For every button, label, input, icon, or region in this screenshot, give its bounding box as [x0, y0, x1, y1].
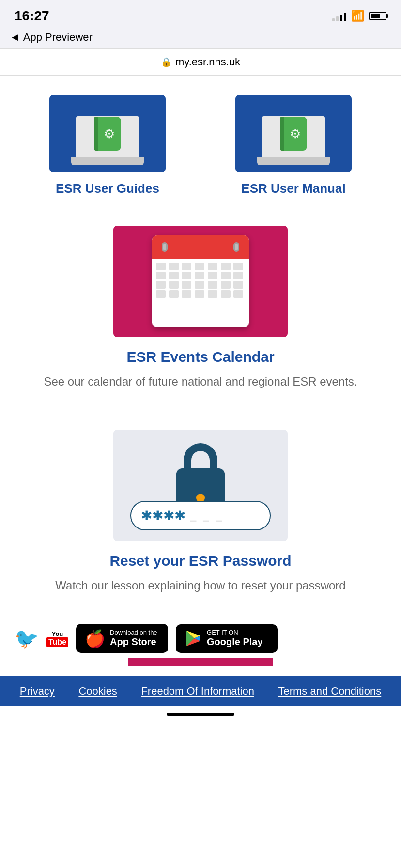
back-arrow-icon[interactable]: ◄	[10, 31, 20, 44]
google-play-big-text: Google Play	[207, 636, 263, 648]
status-time: 16:27	[15, 8, 49, 24]
google-play-button[interactable]: GET IT ON Google Play	[176, 624, 278, 653]
signal-bars-icon	[332, 11, 346, 21]
user-guides-label: ESR User Guides	[56, 181, 159, 196]
app-store-big-text: App Store	[110, 636, 157, 648]
home-indicator	[0, 706, 401, 720]
address-bar[interactable]: 🔒 my.esr.nhs.uk	[0, 48, 401, 76]
user-manual-label: ESR User Manual	[241, 181, 345, 196]
app-previewer-bar: ◄ App Previewer	[0, 29, 401, 48]
home-bar	[167, 713, 234, 716]
events-calendar-section: ESR Events Calendar See our calendar of …	[0, 206, 401, 410]
status-bar: 16:27 📶	[0, 0, 401, 29]
password-image: ✱✱✱✱ _ _ _	[113, 430, 288, 541]
password-field-row: ✱✱✱✱ _ _ _	[130, 501, 271, 530]
youtube-you-text: You	[52, 630, 63, 637]
calendar-widget	[152, 235, 249, 327]
main-content: ⚙ ESR User Guides ⚙	[0, 76, 401, 706]
card-grid: ⚙ ESR User Guides ⚙	[0, 85, 401, 206]
password-reset-desc: Watch our lesson explaining how to reset…	[55, 577, 345, 594]
youtube-tube-text: Tube	[46, 637, 68, 647]
events-calendar-title: ESR Events Calendar	[126, 349, 274, 365]
app-store-button[interactable]: 🍎 Download on the App Store	[76, 624, 168, 653]
esr-user-guides-card[interactable]: ⚙ ESR User Guides	[24, 95, 191, 196]
app-previewer-label: App Previewer	[23, 31, 93, 44]
lock-icon: 🔒	[161, 57, 171, 67]
esr-user-manual-card[interactable]: ⚙ ESR User Manual	[210, 95, 377, 196]
password-dashes: _ _ _	[190, 510, 224, 522]
wifi-icon: 📶	[351, 10, 364, 22]
footer-links-bar: Privacy Cookies Freedom Of Information T…	[0, 676, 401, 706]
apple-icon: 🍎	[85, 629, 105, 648]
user-manual-image: ⚙	[235, 95, 352, 172]
youtube-icon[interactable]: You Tube	[46, 630, 68, 647]
events-calendar-desc: See our calendar of future national and …	[44, 373, 357, 390]
password-reset-title: Reset your ESR Password	[109, 553, 291, 569]
footer-link-terms[interactable]: Terms and Conditions	[278, 685, 381, 698]
password-field-box: ✱✱✱✱ _ _ _	[130, 501, 271, 530]
footer-link-foi[interactable]: Freedom Of Information	[141, 685, 254, 698]
footer-link-privacy[interactable]: Privacy	[20, 685, 55, 698]
twitter-icon[interactable]: 🐦	[15, 627, 39, 650]
user-guides-image: ⚙	[49, 95, 166, 172]
google-play-icon	[185, 630, 202, 647]
laptop-book-icon: ⚙	[69, 102, 146, 165]
footer: 🐦 You Tube 🍎 Download on the App Store	[0, 614, 401, 676]
url-text: my.esr.nhs.uk	[175, 56, 240, 68]
pink-decorative-bar	[128, 658, 273, 666]
events-calendar-image	[113, 226, 288, 337]
laptop-book-icon-2: ⚙	[255, 102, 332, 165]
password-reset-section: ✱✱✱✱ _ _ _ Reset your ESR Password Watch…	[0, 410, 401, 614]
battery-icon	[369, 12, 386, 20]
google-play-small-text: GET IT ON	[207, 629, 263, 636]
app-store-small-text: Download on the	[110, 629, 157, 636]
password-dots: ✱✱✱✱	[141, 508, 185, 524]
lock-shackle-icon	[184, 443, 217, 472]
footer-apps-row: 🐦 You Tube 🍎 Download on the App Store	[15, 624, 386, 653]
footer-link-cookies[interactable]: Cookies	[78, 685, 117, 698]
status-icons: 📶	[332, 10, 386, 22]
